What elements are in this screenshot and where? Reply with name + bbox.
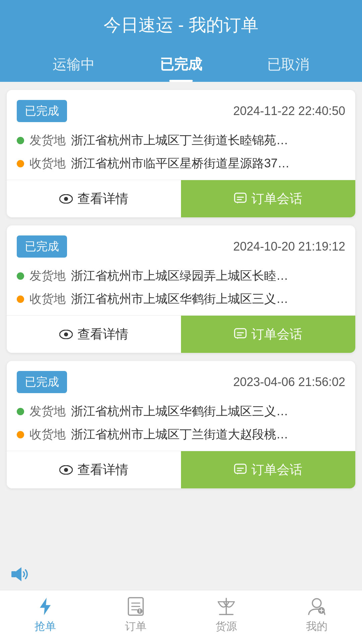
order-card-1: 已完成 2024-11-22 22:40:50 发货地 浙江省杭州市上城区丁兰街… bbox=[7, 90, 355, 217]
chat-icon-1 bbox=[234, 193, 247, 205]
nav-mine-label: 我的 bbox=[306, 619, 327, 634]
header: 今日速运 - 我的订单 运输中 已完成 已取消 bbox=[0, 0, 362, 82]
order-time-2: 2024-10-20 21:19:12 bbox=[233, 239, 345, 254]
from-row-1: 发货地 浙江省杭州市上城区丁兰街道长睦锦苑… bbox=[17, 132, 345, 149]
card-body-2: 发货地 浙江省杭州市上城区绿园弄上城区长睦… 收货地 浙江省杭州市上城区华鹤街上… bbox=[7, 264, 355, 315]
svg-marker-16 bbox=[40, 598, 51, 615]
svg-rect-15 bbox=[11, 571, 16, 577]
chat-label-3: 订单会话 bbox=[251, 461, 302, 478]
volume-area bbox=[0, 558, 362, 590]
card-footer-1: 查看详情 订单会话 bbox=[7, 180, 355, 217]
chat-button-3[interactable]: 订单会话 bbox=[181, 451, 355, 488]
nav-grab[interactable]: 抢单 bbox=[35, 596, 56, 634]
nav-mine[interactable]: 我的 bbox=[306, 596, 327, 634]
from-addr-3: 浙江省杭州市上城区华鹤街上城区三义… bbox=[71, 403, 288, 420]
chat-icon-3 bbox=[234, 464, 247, 476]
to-label-2: 收货地 bbox=[29, 291, 66, 307]
tab-cancelled[interactable]: 已取消 bbox=[254, 47, 323, 82]
lightning-icon bbox=[35, 596, 55, 616]
detail-label-1: 查看详情 bbox=[77, 190, 128, 207]
nav-grab-label: 抢单 bbox=[35, 619, 56, 634]
from-addr-2: 浙江省杭州市上城区绿园弄上城区长睦… bbox=[71, 268, 288, 284]
from-label-3: 发货地 bbox=[29, 403, 66, 420]
chat-label-2: 订单会话 bbox=[251, 326, 302, 343]
detail-button-1[interactable]: 查看详情 bbox=[7, 180, 181, 217]
page-title: 今日速运 - 我的订单 bbox=[7, 13, 355, 47]
to-addr-3: 浙江省杭州市上城区丁兰街道大赵段桃… bbox=[71, 426, 288, 443]
to-row-1: 收货地 浙江省杭州市临平区星桥街道星源路37… bbox=[17, 155, 345, 172]
svg-point-11 bbox=[64, 468, 68, 472]
svg-point-6 bbox=[64, 332, 68, 336]
nav-orders[interactable]: 订单 bbox=[125, 596, 146, 634]
from-row-2: 发货地 浙江省杭州市上城区绿园弄上城区长睦… bbox=[17, 268, 345, 284]
detail-label-3: 查看详情 bbox=[77, 461, 128, 478]
tab-bar: 运输中 已完成 已取消 bbox=[7, 47, 355, 82]
volume-icon[interactable] bbox=[10, 565, 32, 583]
card-header-3: 已完成 2023-04-06 21:56:02 bbox=[7, 361, 355, 400]
to-row-3: 收货地 浙江省杭州市上城区丁兰街道大赵段桃… bbox=[17, 426, 345, 443]
order-list: 已完成 2024-11-22 22:40:50 发货地 浙江省杭州市上城区丁兰街… bbox=[0, 82, 362, 558]
card-body-3: 发货地 浙江省杭州市上城区华鹤街上城区三义… 收货地 浙江省杭州市上城区丁兰街道… bbox=[7, 400, 355, 451]
card-footer-2: 查看详情 订单会话 bbox=[7, 315, 355, 353]
nav-freight[interactable]: 货源 bbox=[216, 596, 237, 634]
detail-button-3[interactable]: 查看详情 bbox=[7, 451, 181, 488]
status-badge-1: 已完成 bbox=[17, 100, 67, 122]
tab-completed[interactable]: 已完成 bbox=[146, 47, 216, 82]
nav-orders-label: 订单 bbox=[125, 619, 146, 634]
card-footer-3: 查看详情 订单会话 bbox=[7, 451, 355, 488]
card-body-1: 发货地 浙江省杭州市上城区丁兰街道长睦锦苑… 收货地 浙江省杭州市临平区星桥街道… bbox=[7, 129, 355, 180]
card-header-2: 已完成 2024-10-20 21:19:12 bbox=[7, 225, 355, 264]
to-dot-3 bbox=[17, 431, 24, 438]
order-time-3: 2023-04-06 21:56:02 bbox=[233, 375, 345, 389]
order-card-3: 已完成 2023-04-06 21:56:02 发货地 浙江省杭州市上城区华鹤街… bbox=[7, 361, 355, 488]
from-row-3: 发货地 浙江省杭州市上城区华鹤街上城区三义… bbox=[17, 403, 345, 420]
orders-icon bbox=[126, 596, 146, 616]
from-dot-3 bbox=[17, 408, 24, 415]
detail-button-2[interactable]: 查看详情 bbox=[7, 316, 181, 353]
chat-button-1[interactable]: 订单会话 bbox=[181, 180, 355, 217]
scale-icon bbox=[216, 596, 236, 616]
eye-icon-2 bbox=[59, 330, 73, 339]
status-badge-3: 已完成 bbox=[17, 371, 67, 393]
to-row-2: 收货地 浙江省杭州市上城区华鹤街上城区三义… bbox=[17, 291, 345, 307]
eye-icon-3 bbox=[59, 465, 73, 475]
to-label-3: 收货地 bbox=[29, 426, 66, 443]
svg-point-27 bbox=[312, 599, 321, 607]
detail-label-2: 查看详情 bbox=[77, 326, 128, 343]
to-addr-1: 浙江省杭州市临平区星桥街道星源路37… bbox=[71, 155, 290, 172]
to-label-1: 收货地 bbox=[29, 155, 66, 172]
card-header-1: 已完成 2024-11-22 22:40:50 bbox=[7, 90, 355, 129]
nav-freight-label: 货源 bbox=[216, 619, 237, 634]
svg-point-23 bbox=[139, 609, 140, 610]
to-dot-2 bbox=[17, 296, 24, 303]
chat-icon-2 bbox=[234, 328, 247, 341]
profile-icon bbox=[307, 596, 327, 616]
status-badge-2: 已完成 bbox=[17, 235, 67, 258]
from-dot-1 bbox=[17, 137, 24, 144]
from-addr-1: 浙江省杭州市上城区丁兰街道长睦锦苑… bbox=[71, 132, 288, 149]
from-dot-2 bbox=[17, 272, 24, 280]
svg-point-1 bbox=[64, 197, 68, 201]
chat-button-2[interactable]: 订单会话 bbox=[181, 316, 355, 353]
eye-icon-1 bbox=[59, 194, 73, 204]
chat-label-1: 订单会话 bbox=[251, 190, 302, 207]
tab-in-transit[interactable]: 运输中 bbox=[39, 47, 108, 82]
bottom-nav: 抢单 订单 货源 bbox=[0, 590, 362, 644]
order-time-1: 2024-11-22 22:40:50 bbox=[233, 104, 345, 118]
from-label-1: 发货地 bbox=[29, 132, 66, 149]
to-addr-2: 浙江省杭州市上城区华鹤街上城区三义… bbox=[71, 291, 288, 307]
to-dot-1 bbox=[17, 160, 24, 167]
order-card-2: 已完成 2024-10-20 21:19:12 发货地 浙江省杭州市上城区绿园弄… bbox=[7, 225, 355, 353]
from-label-2: 发货地 bbox=[29, 268, 66, 284]
